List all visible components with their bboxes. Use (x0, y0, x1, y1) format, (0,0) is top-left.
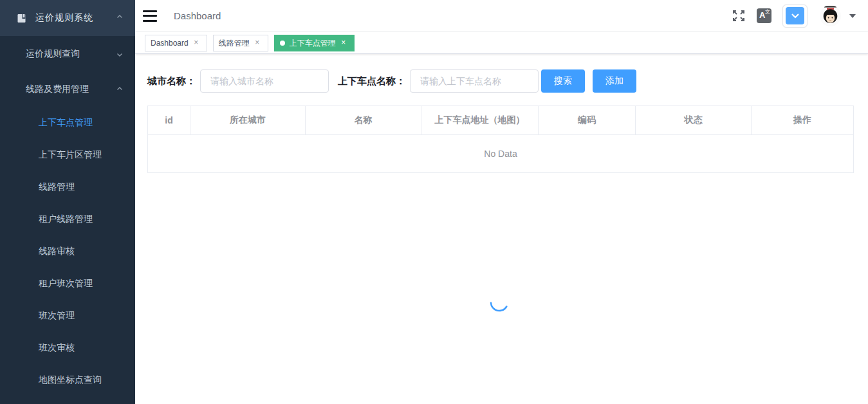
sidebar-item-schedule-management[interactable]: 班次管理 (0, 300, 135, 332)
column-name: 名称 (306, 106, 421, 135)
column-id: id (148, 106, 190, 135)
sidebar-header[interactable]: 运价规则系统 (0, 0, 135, 36)
translate-icon[interactable]: A 文 (757, 8, 771, 23)
station-name-input[interactable] (410, 69, 539, 93)
city-name-label: 城市名称： (147, 75, 196, 87)
hamburger-icon[interactable] (143, 10, 157, 22)
tab-label: Dashboard (151, 39, 189, 48)
chevron-down-icon (786, 7, 804, 24)
empty-row: No Data (148, 135, 854, 173)
sidebar-title: 运价规则系统 (35, 12, 116, 24)
active-dot (280, 41, 285, 46)
column-code: 编码 (539, 106, 636, 135)
chevron-down-icon (116, 50, 124, 58)
sidebar-item-route-management[interactable]: 线路管理 (0, 171, 135, 203)
no-data-text: No Data (148, 135, 854, 173)
sidebar-item-route-fee-management[interactable]: 线路及费用管理 (0, 71, 135, 107)
close-icon[interactable]: × (252, 38, 263, 48)
sidebar-item-map-coordinate-query[interactable]: 地图坐标点查询 (0, 364, 135, 396)
top-navbar: Dashboard A 文 (135, 0, 868, 32)
tab-dashboard[interactable]: Dashboard × (145, 35, 207, 51)
avatar (820, 5, 841, 26)
page-content: 城市名称： 上下车点名称： 搜索 添加 id 所在城市 名称 上下车点 (135, 54, 868, 404)
app-window: 运价规则系统 运价规则查询 线路及费用管理 上下车点管理 上下车片区管理 (0, 0, 868, 404)
translate-letter: A (759, 11, 765, 19)
menu-item-label: 线路及费用管理 (26, 84, 116, 95)
sidebar-menu: 运价规则查询 线路及费用管理 上下车点管理 上下车片区管理 线路管理 租户线路管… (0, 36, 135, 396)
sidebar-item-route-audit[interactable]: 线路审核 (0, 235, 135, 268)
sidebar-submenu: 上下车点管理 上下车片区管理 线路管理 租户线路管理 线路审核 租户班次管理 班… (0, 107, 135, 396)
tabs-bar: Dashboard × 线路管理 × 上下车点管理 × (135, 32, 868, 54)
tab-label: 线路管理 (219, 38, 250, 49)
translate-cjk: 文 (765, 9, 770, 15)
loading-spinner-icon (488, 291, 510, 316)
add-button[interactable]: 添加 (593, 69, 636, 93)
tab-route-management[interactable]: 线路管理 × (213, 35, 268, 51)
book-icon (17, 14, 26, 23)
search-button[interactable]: 搜索 (541, 69, 585, 93)
filter-row: 城市名称： 上下车点名称： 搜索 添加 (147, 69, 868, 93)
theme-dropdown-button[interactable] (782, 5, 808, 28)
breadcrumb: Dashboard (174, 10, 221, 21)
menu-item-label: 运价规则查询 (26, 48, 116, 60)
close-icon[interactable]: × (191, 38, 201, 48)
city-name-input[interactable] (200, 69, 329, 93)
chevron-up-icon (116, 86, 124, 93)
pickup-points-table: id 所在城市 名称 上下车点地址（地图） 编码 状态 操作 No Data (147, 106, 854, 173)
caret-down-icon (849, 14, 856, 18)
column-address: 上下车点地址（地图） (421, 106, 539, 135)
station-name-label: 上下车点名称： (338, 75, 405, 87)
user-menu[interactable] (820, 5, 858, 26)
sidebar-item-schedule-audit[interactable]: 班次审核 (0, 332, 135, 364)
table-header: id 所在城市 名称 上下车点地址（地图） 编码 状态 操作 (148, 106, 854, 135)
sidebar-item-tenant-schedule-management[interactable]: 租户班次管理 (0, 268, 135, 300)
fullscreen-icon[interactable] (732, 9, 746, 23)
tab-pickup-point-management[interactable]: 上下车点管理 × (274, 35, 355, 51)
sidebar-item-pickup-zone-management[interactable]: 上下车片区管理 (0, 139, 135, 171)
column-actions: 操作 (752, 106, 854, 135)
sidebar: 运价规则系统 运价规则查询 线路及费用管理 上下车点管理 上下车片区管理 (0, 0, 135, 404)
main-area: Dashboard A 文 (135, 0, 868, 404)
sidebar-item-pickup-point-management[interactable]: 上下车点管理 (0, 107, 135, 139)
column-city: 所在城市 (190, 106, 306, 135)
sidebar-item-tenant-route-management[interactable]: 租户线路管理 (0, 203, 135, 235)
column-status: 状态 (636, 106, 752, 135)
tab-label: 上下车点管理 (290, 38, 336, 49)
sidebar-item-pricing-rule-query[interactable]: 运价规则查询 (0, 36, 135, 71)
navbar-actions: A 文 (732, 5, 858, 28)
chevron-up-icon (116, 14, 124, 22)
close-icon[interactable]: × (338, 38, 349, 48)
